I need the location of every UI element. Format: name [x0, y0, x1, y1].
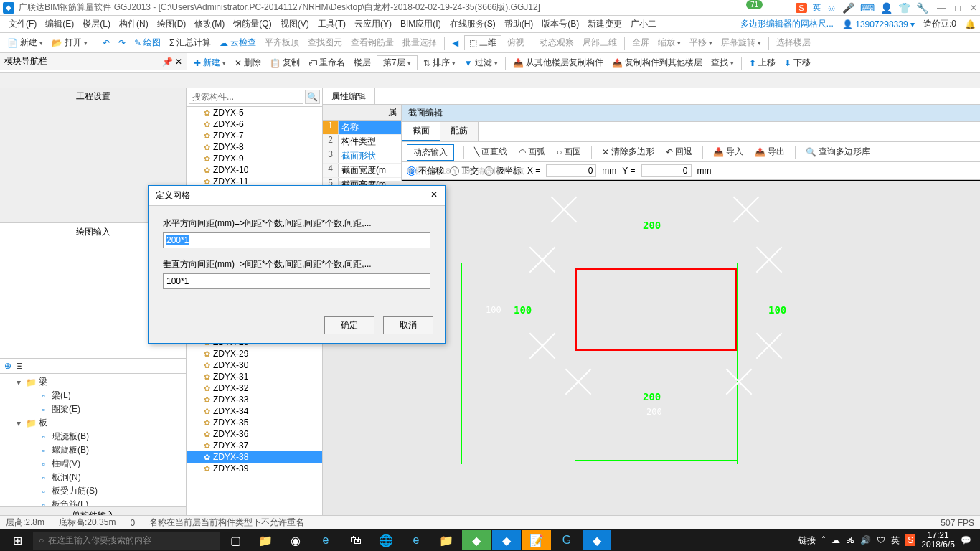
app4-icon[interactable]: 📝 — [522, 530, 551, 550]
y-input[interactable] — [641, 164, 692, 177]
list-item[interactable]: ✿ZDYX-37 — [187, 440, 322, 451]
edge2-icon[interactable]: 🌐 — [372, 530, 400, 550]
local3d-button[interactable]: 局部三维 — [580, 35, 620, 50]
menu-file[interactable]: 文件(F) — [4, 17, 41, 32]
expand-icon[interactable]: ⊕ — [4, 361, 11, 371]
sort-button[interactable]: ⇅ 排序 ▾ — [420, 55, 458, 70]
list-item[interactable]: ✿ZDYX-6 — [187, 118, 322, 130]
ie-icon[interactable]: e — [402, 530, 430, 550]
list-item[interactable]: ✿ZDYX-8 — [187, 141, 322, 153]
list-item[interactable]: ✿ZDYX-34 — [187, 405, 322, 417]
batch-button[interactable]: 批量选择 — [400, 35, 440, 50]
list-item[interactable]: ✿ZDYX-10 — [187, 164, 322, 176]
copy-button[interactable]: 📋 复制 — [267, 55, 303, 70]
bell-icon[interactable]: 🔔 — [965, 19, 976, 29]
find-button[interactable]: 查找图元 — [305, 35, 345, 50]
dyn-button[interactable]: 动态观察 — [537, 35, 577, 50]
sum-button[interactable]: Σ 汇总计算 — [166, 35, 214, 50]
explorer-icon[interactable]: 📁 — [251, 530, 280, 550]
list-item[interactable]: ✿ZDYX-9 — [187, 153, 322, 164]
menu-rebar[interactable]: 钢筋量(Q) — [229, 17, 275, 32]
keyboard-icon[interactable]: ⌨ — [860, 2, 875, 14]
tab-section[interactable]: 截面 — [402, 122, 440, 141]
copy-to-button[interactable]: 📤 复制构件到其他楼层 — [609, 55, 705, 70]
floor-select[interactable]: 第7层 ▾ — [377, 55, 418, 70]
mic-icon[interactable]: 🎤 — [842, 2, 854, 14]
coins-label[interactable]: 造价豆:0 — [923, 18, 956, 30]
menu-tools[interactable]: 工具(T) — [314, 17, 350, 32]
menu-version[interactable]: 版本号(B) — [537, 17, 583, 32]
menu-edit[interactable]: 编辑(E) — [41, 17, 78, 32]
tree-node[interactable]: ▫柱帽(V) — [1, 457, 184, 471]
app5-icon[interactable]: G — [552, 530, 581, 550]
import-button[interactable]: 📥 导入 — [710, 144, 746, 159]
collapse-icon[interactable]: ⊟ — [16, 361, 23, 371]
tray-notif-icon[interactable]: 💬 — [961, 535, 971, 545]
export-button[interactable]: 📤 导出 — [752, 144, 788, 159]
rename-button[interactable]: 🏷 重命名 — [306, 55, 348, 70]
zoom-button[interactable]: 缩放 ▾ — [655, 35, 684, 50]
shirt-icon[interactable]: 👕 — [898, 2, 910, 14]
edge-icon[interactable]: e — [311, 530, 340, 550]
horiz-input[interactable]: 200*1 — [163, 232, 430, 248]
menu-bim[interactable]: BIM应用(I) — [396, 17, 446, 32]
property-grid[interactable]: 属 1名称2构件类型3截面形状4截面宽度(m5截面高度(m — [323, 105, 402, 181]
ime-lang[interactable]: 英 — [813, 2, 821, 13]
green-badge[interactable]: 71 — [746, 0, 763, 9]
menu-newchange[interactable]: 新建变更 — [583, 17, 626, 32]
app1-icon[interactable]: ◉ — [281, 530, 310, 550]
dynamic-input-button[interactable]: 动态输入 — [407, 144, 454, 161]
new-button[interactable]: 📄 新建 ▾ — [4, 35, 46, 50]
ok-button[interactable]: 确定 — [324, 316, 374, 334]
list-item[interactable]: ✿ZDYX-29 — [187, 348, 322, 359]
fullscreen-button[interactable]: 全屏 — [629, 35, 652, 50]
down-button[interactable]: ⬇ 下移 — [781, 55, 814, 70]
tray-vol-icon[interactable]: 🔊 — [860, 535, 871, 545]
tree-node[interactable]: ▫梁(L) — [1, 389, 184, 402]
tray-ime-icon[interactable]: S — [905, 534, 915, 546]
ime-badge[interactable]: S — [796, 3, 806, 13]
check-button[interactable]: 查看钢筋量 — [348, 35, 397, 50]
app3-icon[interactable]: ◆ — [492, 530, 521, 550]
list-item[interactable]: ✿ZDYX-7 — [187, 130, 322, 141]
menu-online[interactable]: 在线服务(S) — [446, 17, 500, 32]
lib-button[interactable]: 🔍 查询多边形库 — [803, 144, 873, 159]
tray-net-icon[interactable]: 🖧 — [846, 535, 854, 545]
flat-button[interactable]: 平齐板顶 — [262, 35, 302, 50]
menu-cloud[interactable]: 云应用(Y) — [350, 17, 396, 32]
person-icon[interactable]: 👤 — [880, 2, 892, 14]
tab-rebar[interactable]: 配筋 — [440, 122, 479, 141]
dialog-close-button[interactable]: ✕ — [430, 189, 438, 202]
tray-clock[interactable]: 17:212018/6/5 — [921, 531, 955, 550]
list-item[interactable]: ✿ZDYX-31 — [187, 371, 322, 382]
prop-row[interactable]: 3截面形状 — [323, 149, 401, 164]
smiley-icon[interactable]: ☺ — [826, 2, 837, 14]
tray-shield-icon[interactable]: 🛡 — [877, 535, 885, 545]
list-item[interactable]: ✿ZDYX-33 — [187, 394, 322, 405]
undo2-button[interactable]: ↶ 回退 — [663, 144, 695, 159]
tree-node[interactable]: ▾📁板 — [1, 416, 184, 430]
nav-pin-icon[interactable]: 📌 ✕ — [162, 57, 182, 67]
top-button[interactable]: 俯视 — [504, 35, 527, 50]
list-item[interactable]: ✿ZDYX-38 — [187, 451, 322, 463]
menu-modify[interactable]: 修改(M) — [190, 17, 229, 32]
vert-input[interactable] — [163, 273, 430, 289]
draw-button[interactable]: ✎绘图 — [131, 35, 164, 50]
wrench-icon[interactable]: 🔧 — [916, 2, 928, 14]
prev-icon[interactable]: ◀ — [449, 37, 461, 50]
menu-draw[interactable]: 绘图(D) — [153, 17, 191, 32]
new2-button[interactable]: ✚新建 ▾ — [191, 55, 229, 70]
rotate-button[interactable]: 屏幕旋转 ▾ — [718, 35, 764, 50]
folder2-icon[interactable]: 📁 — [432, 530, 461, 550]
close-button[interactable]: ✕ — [970, 3, 977, 13]
tree-node[interactable]: ▫板受力筋(S) — [1, 484, 184, 498]
cancel-button[interactable]: 取消 — [383, 316, 433, 334]
app2-icon[interactable]: ◆ — [462, 530, 491, 550]
search-button[interactable]: 🔍 — [305, 90, 320, 104]
tree-node[interactable]: ▫现浇板(B) — [1, 430, 184, 443]
tree-node[interactable]: ▫螺旋板(B) — [1, 443, 184, 457]
tree-node[interactable]: ▾📁梁 — [1, 375, 184, 389]
list-item[interactable]: ✿ZDYX-35 — [187, 417, 322, 428]
tray-link[interactable]: 链接 — [798, 534, 816, 547]
account-label[interactable]: 👤 13907298339 ▾ — [842, 19, 915, 29]
